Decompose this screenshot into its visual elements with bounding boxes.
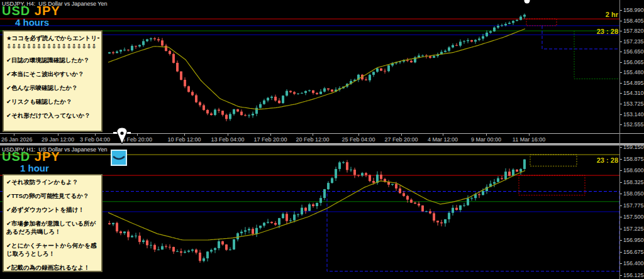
price-axis-tick — [620, 31, 622, 31]
price-axis-tick — [620, 104, 622, 104]
candle-body — [331, 178, 333, 183]
candle-body — [327, 183, 330, 189]
candle-body — [452, 45, 454, 48]
price-axis-tick — [620, 10, 622, 11]
candle-body — [225, 244, 228, 250]
candle-body — [429, 211, 431, 213]
h4-price-label: 158.990 — [623, 7, 644, 13]
time-axis-tick — [443, 134, 443, 136]
time-axis-tick — [58, 134, 58, 136]
candle-body — [131, 236, 133, 237]
price-axis-tick — [620, 93, 622, 94]
price-axis-tick — [620, 170, 622, 171]
h1-symbol-quote: JPY — [35, 150, 60, 163]
h1-checklist-note[interactable]: ✔それ攻防ラインかもよ？✔TTSの卵の可能性見てるか？✔必ずダウカウントを描け！… — [3, 174, 103, 272]
candle-body — [319, 92, 322, 94]
candle-body — [138, 236, 141, 242]
candle-body — [123, 232, 126, 234]
candle-body — [135, 46, 137, 46]
candle-body — [391, 184, 394, 185]
time-axis-label: 3 Feb 04:00 — [80, 136, 110, 143]
candle-body — [467, 40, 469, 41]
h4-red-dotted-zone — [526, 19, 557, 26]
candle-body — [319, 198, 322, 203]
candle-body — [116, 223, 118, 232]
candle-body — [146, 241, 148, 246]
candle-body — [214, 248, 216, 250]
price-axis-tick — [620, 21, 622, 21]
price-axis-tick — [620, 205, 622, 206]
candle-body — [316, 93, 318, 94]
time-axis[interactable]: 26 Jan 202629 Jan 12:003 Feb 04:005 Feb … — [0, 133, 644, 144]
price-axis[interactable]: 158.990158.405157.820157.235156.650156.0… — [620, 0, 644, 279]
candle-body — [316, 203, 318, 206]
candle-body — [497, 26, 499, 28]
price-axis-tick — [620, 72, 622, 73]
candle-body — [108, 223, 111, 224]
candle-body — [206, 110, 209, 114]
candle-body — [346, 162, 348, 170]
candle-body — [493, 28, 496, 31]
pen-nib-marker-icon[interactable] — [113, 127, 131, 148]
h4-price-label: 154.310 — [623, 90, 644, 96]
candle-body — [165, 246, 167, 247]
candle-body — [418, 55, 420, 57]
candle-body — [187, 251, 190, 252]
candle-body — [421, 55, 424, 56]
candle-body — [278, 101, 280, 103]
candle-body — [161, 40, 164, 45]
time-axis-tick — [228, 134, 228, 136]
smile-indicator-badge-icon[interactable] — [111, 150, 127, 166]
candle-body — [519, 169, 522, 172]
time-axis-tick — [137, 134, 138, 136]
candle-body — [501, 25, 503, 26]
candle-body — [169, 247, 171, 248]
candle-body — [274, 97, 277, 101]
chart-panel-h1: USDJPY, H1: US Dollar vs Japanese Yen US… — [0, 146, 644, 279]
candle-body — [233, 109, 235, 114]
h4-countdown-value: 2 hr — [597, 12, 618, 18]
candle-body — [353, 170, 356, 175]
candle-body — [470, 198, 473, 199]
price-axis-tick — [620, 194, 622, 194]
candle-body — [293, 92, 296, 94]
h1-yellow-dotted-zone — [530, 155, 577, 166]
h4-timeframe-label: 4 hours — [15, 17, 49, 28]
panel-splitter[interactable] — [0, 143, 644, 146]
candle-body — [418, 204, 420, 205]
time-axis-tick — [358, 134, 359, 136]
h4-price-label: 153.140 — [623, 111, 644, 118]
note-line: ✔色んな示唆確認したか？ — [6, 84, 99, 92]
candle-body — [399, 189, 401, 194]
h4-checklist-note[interactable]: ★ココを必ず読んでからエントリー⇩⇩⇩⇩⇩⇩⇩⇩⇩⇩⇩⇩⇩⇩⇩⇩⇩⇩✔日誌の環境… — [3, 30, 103, 132]
candle-body — [516, 20, 518, 21]
candle-body — [252, 114, 254, 116]
time-axis-tick — [401, 134, 402, 136]
candle-body — [421, 205, 424, 212]
candle-body — [493, 182, 496, 184]
time-axis-label: 27 Feb 20:00 — [384, 136, 418, 143]
candle-body — [395, 184, 397, 189]
candle-body — [387, 65, 390, 71]
candle-body — [402, 193, 405, 196]
time-axis-tick — [95, 134, 96, 136]
h1-price-label: 159.150 — [623, 144, 644, 150]
price-axis-tick — [620, 83, 622, 84]
candle-body — [210, 114, 213, 115]
candle-body — [478, 38, 480, 40]
white-dome-marker — [525, 0, 530, 4]
trading-platform-window: USDJPY, H4: US Dollar vs Japanese Yen US… — [0, 0, 644, 279]
candle-body — [161, 246, 164, 250]
candle-body — [270, 222, 273, 223]
h4-clock-value: 23 : 28 — [597, 29, 618, 35]
candle-body — [406, 60, 409, 61]
candle-body — [138, 45, 141, 46]
candle-body — [206, 251, 209, 258]
candle-body — [184, 80, 186, 86]
candle-body — [248, 116, 250, 116]
candle-body — [255, 228, 258, 234]
pen-nib-body — [117, 128, 127, 144]
candle-body — [478, 194, 480, 195]
candle-body — [523, 15, 526, 17]
smile-indicator-glyph — [112, 151, 126, 165]
